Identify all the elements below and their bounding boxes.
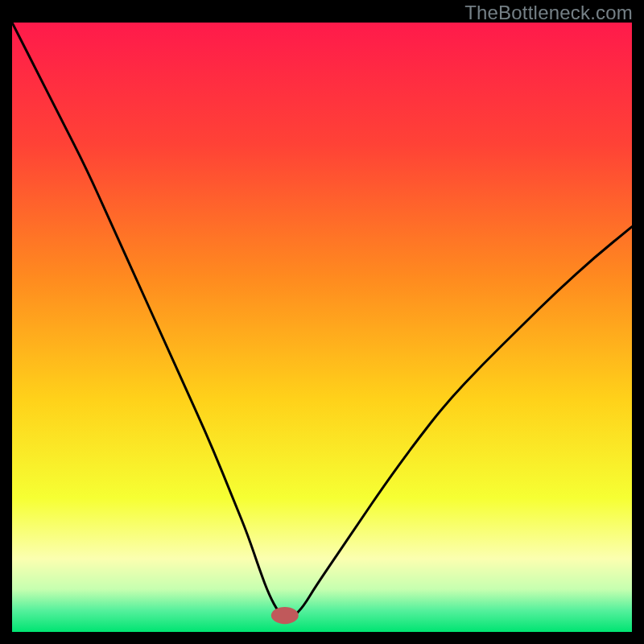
watermark-text: TheBottleneck.com: [464, 2, 633, 24]
optimal-point-marker: [271, 607, 299, 624]
plot-svg: [12, 23, 632, 632]
gradient-background: [12, 23, 632, 632]
plot-area: [12, 23, 632, 632]
chart-frame: TheBottleneck.com: [0, 0, 644, 644]
